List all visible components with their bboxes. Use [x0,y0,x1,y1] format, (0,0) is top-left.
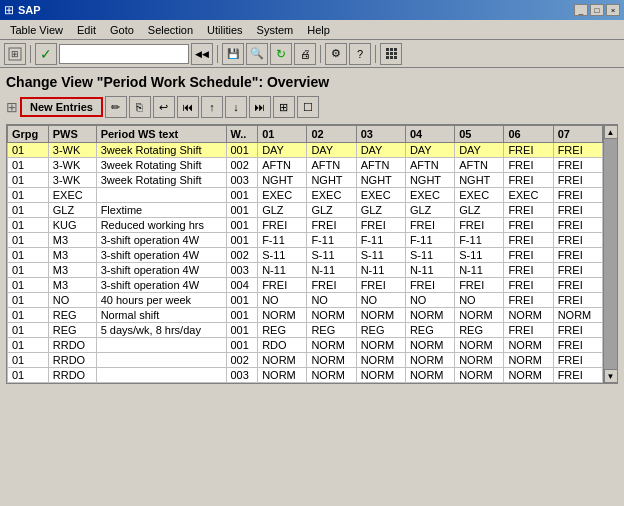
minimize-button[interactable]: _ [574,4,588,16]
check-button[interactable]: ✓ [35,43,57,65]
table-cell: FREI [307,218,356,233]
table-cell: RRDO [48,353,96,368]
table-row[interactable]: 01NO40 hours per week001NONONONONOFREIFR… [8,293,603,308]
table-cell: 3-shift operation 4W [96,263,226,278]
table-cell: AFTN [405,158,454,173]
table-cell: NO [258,293,307,308]
table-row[interactable]: 013-WK3week Rotating Shift002AFTNAFTNAFT… [8,158,603,173]
edit-action-btn[interactable]: ✏ [105,96,127,118]
menu-item-goto[interactable]: Goto [104,23,140,37]
deselect-btn[interactable]: ☐ [297,96,319,118]
table-cell: 01 [8,203,49,218]
table-row[interactable]: 013-WK3week Rotating Shift001DAYDAYDAYDA… [8,143,603,158]
table-cell: FREI [553,158,602,173]
close-button[interactable]: × [606,4,620,16]
title-bar-buttons: _ □ × [574,4,620,16]
table-row[interactable]: 01M33-shift operation 4W002S-11S-11S-11S… [8,248,603,263]
table-cell: FREI [356,218,405,233]
menu-item-edit[interactable]: Edit [71,23,102,37]
toolbar-sep-1 [30,45,31,63]
save-btn[interactable]: 💾 [222,43,244,65]
table-cell: NGHT [405,173,454,188]
table-cell: 01 [8,293,49,308]
table-cell: NORM [258,308,307,323]
table-cell: REG [356,323,405,338]
table-cell: NORM [405,308,454,323]
settings-btn[interactable]: ⚙ [325,43,347,65]
table-cell: NORM [405,368,454,383]
table-cell: 01 [8,173,49,188]
find-btn[interactable]: 🔍 [246,43,268,65]
refresh-btn[interactable]: ↻ [270,43,292,65]
maximize-button[interactable]: □ [590,4,604,16]
table-row[interactable]: 013-WK3week Rotating Shift003NGHTNGHTNGH… [8,173,603,188]
print-btn[interactable]: 🖨 [294,43,316,65]
table-cell: REG [258,323,307,338]
menu-item-selection[interactable]: Selection [142,23,199,37]
table-row[interactable]: 01REGNormal shift001NORMNORMNORMNORMNORM… [8,308,603,323]
table-cell: NORM [405,353,454,368]
table-cell: 001 [226,323,258,338]
toolbar: ⊞ ✓ ◀◀ 💾 🔍 ↻ 🖨 ⚙ ? [0,40,624,68]
move-last-btn[interactable]: ⏭ [249,96,271,118]
scroll-track[interactable] [604,139,618,369]
table-cell: EXEC [504,188,553,203]
action-toolbar: ⊞ New Entries ✏ ⎘ ↩ ⏮ ↑ ↓ ⏭ ⊞ ☐ [6,96,618,118]
table-row[interactable]: 01M33-shift operation 4W003N-11N-11N-11N… [8,263,603,278]
table-row[interactable]: 01KUGReduced working hrs001FREIFREIFREIF… [8,218,603,233]
table-row[interactable]: 01GLZFlextime001GLZGLZGLZGLZGLZFREIFREI [8,203,603,218]
table-row[interactable]: 01RRDO003NORMNORMNORMNORMNORMNORMFREI [8,368,603,383]
data-table: Grpg PWS Period WS text W.. 01 02 03 04 … [6,124,618,384]
table-row[interactable]: 01REG5 days/wk, 8 hrs/day001REGREGREGREG… [8,323,603,338]
table-cell: NGHT [307,173,356,188]
undo-action-btn[interactable]: ↩ [153,96,175,118]
table-cell: 003 [226,263,258,278]
select-all-btn[interactable]: ⊞ [273,96,295,118]
table-row[interactable]: 01EXEC001EXECEXECEXECEXECEXECEXECFREI [8,188,603,203]
nav-left-btn[interactable]: ◀◀ [191,43,213,65]
table-cell: 3-WK [48,158,96,173]
move-down-btn[interactable]: ↓ [225,96,247,118]
table-row[interactable]: 01M33-shift operation 4W001F-11F-11F-11F… [8,233,603,248]
table-cell: N-11 [405,263,454,278]
table-cell: NORM [504,308,553,323]
table-cell: S-11 [455,248,504,263]
table-row[interactable]: 01RRDO002NORMNORMNORMNORMNORMNORMFREI [8,353,603,368]
table-row[interactable]: 01RRDO001RDONORMNORMNORMNORMNORMFREI [8,338,603,353]
back-button[interactable]: ⊞ [4,43,26,65]
help-btn[interactable]: ? [349,43,371,65]
col-01: 01 [258,126,307,143]
table-cell [96,353,226,368]
table-cell: REG [405,323,454,338]
table-cell: NGHT [356,173,405,188]
copy-action-btn[interactable]: ⎘ [129,96,151,118]
table-cell: 001 [226,188,258,203]
table-cell: 003 [226,368,258,383]
table-cell: FREI [553,143,602,158]
table-cell: NO [405,293,454,308]
new-entries-button[interactable]: New Entries [20,97,103,117]
table-cell: NORM [455,353,504,368]
table-cell: 002 [226,158,258,173]
table-cell: NORM [356,368,405,383]
table-cell: 3-shift operation 4W [96,248,226,263]
menu-item-utilities[interactable]: Utilities [201,23,248,37]
title-bar-text: SAP [18,4,41,16]
menu-item-help[interactable]: Help [301,23,336,37]
table-cell: NO [307,293,356,308]
menu-item-system[interactable]: System [251,23,300,37]
layout-btn[interactable] [380,43,402,65]
table-cell: M3 [48,233,96,248]
move-up-btn[interactable]: ↑ [201,96,223,118]
vertical-scrollbar[interactable]: ▲ ▼ [603,125,617,383]
table-cell: N-11 [356,263,405,278]
table-row[interactable]: 01M33-shift operation 4W004FREIFREIFREIF… [8,278,603,293]
table-cell: FREI [504,203,553,218]
scroll-down-arrow[interactable]: ▼ [604,369,618,383]
scroll-up-arrow[interactable]: ▲ [604,125,618,139]
move-first-btn[interactable]: ⏮ [177,96,199,118]
table-cell: 5 days/wk, 8 hrs/day [96,323,226,338]
command-input[interactable] [59,44,189,64]
table-cell: EXEC [356,188,405,203]
menu-item-table-view[interactable]: Table View [4,23,69,37]
